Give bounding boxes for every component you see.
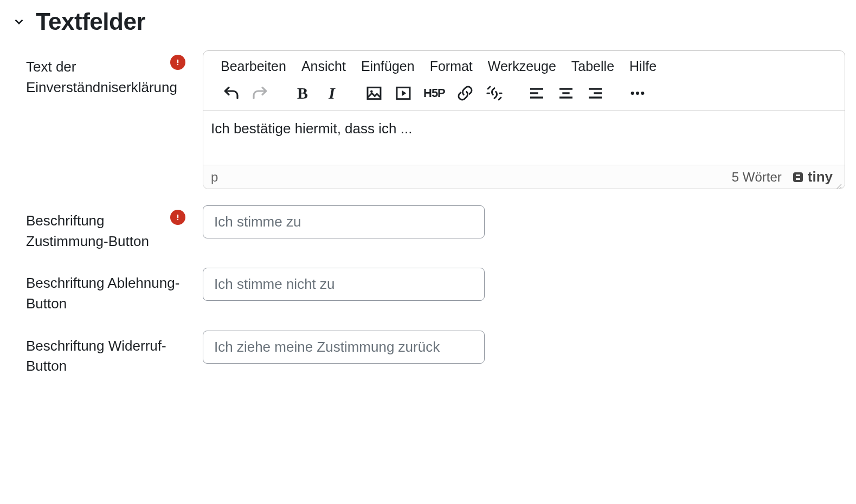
- agree-button-input[interactable]: [203, 205, 485, 238]
- editor-statusbar: p 5 Wörter tiny: [203, 165, 845, 189]
- menubar-help[interactable]: Hilfe: [629, 59, 657, 74]
- svg-point-19: [636, 92, 639, 95]
- revoke-button-input[interactable]: [203, 331, 485, 364]
- unlink-icon: [486, 85, 503, 102]
- align-left-icon: [528, 85, 545, 102]
- align-center-icon: [557, 85, 575, 102]
- form-row-revoke-button: Beschriftung Widerruf-Button: [11, 331, 845, 377]
- tiny-branding[interactable]: tiny: [791, 169, 833, 185]
- svg-rect-1: [177, 60, 178, 63]
- form-row-consent-text: Text der Einverständniserklärung Bearbei…: [11, 50, 845, 189]
- field-col: [203, 205, 845, 238]
- svg-rect-27: [177, 215, 178, 218]
- agree-button-label: Beschriftung Zustimmung-Button: [26, 211, 190, 251]
- menubar-tools[interactable]: Werkzeuge: [488, 59, 556, 74]
- label-col: Beschriftung Zustimmung-Button: [11, 205, 190, 251]
- insert-image-button[interactable]: [365, 84, 383, 102]
- svg-rect-22: [796, 175, 800, 176]
- required-indicator: [170, 210, 185, 225]
- menubar-table[interactable]: Tabelle: [571, 59, 614, 74]
- svg-rect-23: [796, 178, 800, 180]
- section-header: Textfelder: [11, 8, 845, 35]
- field-col: [203, 331, 845, 364]
- undo-button[interactable]: [222, 84, 240, 102]
- menubar-format[interactable]: Format: [430, 59, 473, 74]
- label-col: Beschriftung Widerruf-Button: [11, 331, 190, 377]
- align-right-icon: [587, 85, 604, 102]
- svg-line-6: [499, 98, 501, 100]
- label-col: Text der Einverständniserklärung: [11, 50, 190, 98]
- insert-h5p-button[interactable]: H5P: [423, 84, 445, 102]
- revoke-button-label: Beschriftung Widerruf-Button: [26, 336, 190, 377]
- exclamation-icon: [174, 214, 182, 221]
- svg-rect-21: [793, 172, 803, 182]
- undo-icon: [222, 85, 240, 102]
- link-icon: [456, 85, 474, 102]
- menubar-edit[interactable]: Bearbeiten: [221, 59, 286, 74]
- collapse-toggle[interactable]: [11, 14, 27, 30]
- svg-point-20: [641, 92, 644, 95]
- svg-line-25: [839, 187, 841, 189]
- label-col: Beschriftung Ablehnung-Button: [11, 268, 190, 314]
- remove-link-button[interactable]: [485, 84, 504, 102]
- tiny-logo-text: tiny: [808, 169, 833, 185]
- consent-text-label: Text der Einverständniserklärung: [26, 57, 190, 98]
- menubar-view[interactable]: Ansicht: [301, 59, 346, 74]
- disagree-button-input[interactable]: [203, 268, 485, 301]
- align-center-button[interactable]: [557, 84, 575, 102]
- svg-point-18: [630, 92, 634, 95]
- form-row-agree-button: Beschriftung Zustimmung-Button: [11, 205, 845, 251]
- chevron-down-icon: [12, 15, 26, 29]
- editor-resize-handle[interactable]: [835, 179, 842, 186]
- svg-line-24: [836, 184, 841, 189]
- editor-word-count[interactable]: 5 Wörter: [732, 170, 782, 185]
- insert-media-button[interactable]: [394, 84, 413, 102]
- svg-point-26: [177, 219, 178, 220]
- resize-grip-icon: [835, 183, 842, 189]
- tiny-logo-icon: [791, 171, 804, 184]
- play-media-icon: [395, 85, 412, 102]
- menubar-insert[interactable]: Einfügen: [361, 59, 415, 74]
- form-row-disagree-button: Beschriftung Ablehnung-Button: [11, 268, 845, 314]
- italic-button[interactable]: I: [323, 84, 341, 102]
- editor-content[interactable]: Ich bestätige hiermit, dass ich ...: [203, 111, 845, 165]
- svg-rect-2: [368, 87, 381, 99]
- more-toolbar-button[interactable]: [628, 84, 647, 102]
- bold-button[interactable]: B: [293, 84, 312, 102]
- field-col: [203, 268, 845, 301]
- disagree-button-label: Beschriftung Ablehnung-Button: [26, 273, 190, 314]
- insert-link-button[interactable]: [456, 84, 474, 102]
- required-indicator: [170, 55, 185, 70]
- field-col: Bearbeiten Ansicht Einfügen Format Werkz…: [203, 50, 845, 189]
- image-icon: [365, 85, 383, 102]
- svg-point-0: [177, 64, 178, 65]
- align-left-button[interactable]: [527, 84, 546, 102]
- editor-element-path[interactable]: p: [211, 170, 732, 185]
- redo-button[interactable]: [251, 84, 269, 102]
- more-horizontal-icon: [629, 85, 646, 102]
- editor-toolbar: B I H5P: [203, 80, 845, 111]
- exclamation-icon: [174, 59, 182, 66]
- section-title: Textfelder: [36, 8, 145, 35]
- rich-text-editor: Bearbeiten Ansicht Einfügen Format Werkz…: [203, 50, 845, 189]
- align-right-button[interactable]: [586, 84, 604, 102]
- redo-icon: [252, 85, 269, 102]
- svg-line-5: [488, 87, 490, 89]
- svg-point-3: [370, 90, 373, 93]
- editor-menubar: Bearbeiten Ansicht Einfügen Format Werkz…: [203, 51, 845, 80]
